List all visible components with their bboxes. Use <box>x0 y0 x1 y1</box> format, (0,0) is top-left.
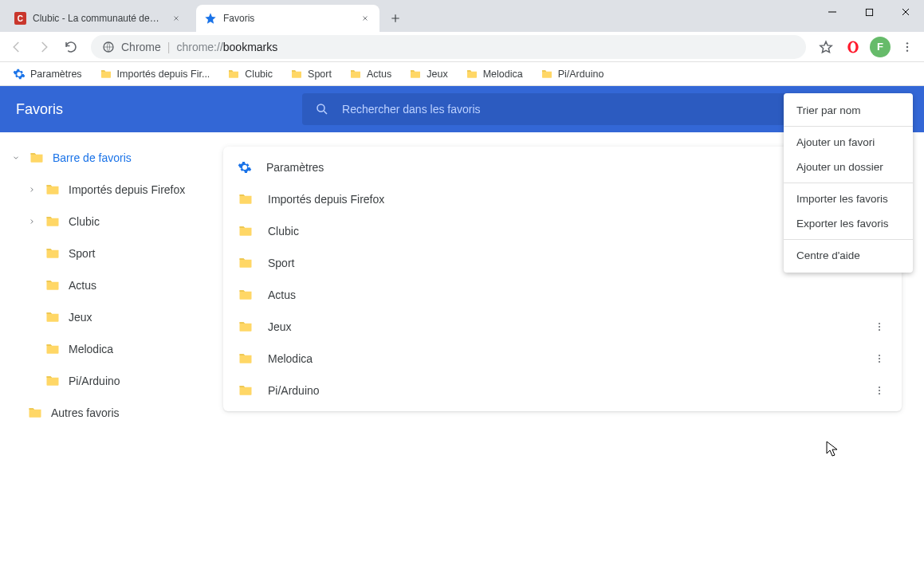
folder-icon <box>238 351 254 367</box>
address-bar[interactable]: Chrome | chrome://bookmarks <box>91 35 806 59</box>
sidebar-item[interactable]: Actus <box>0 269 223 301</box>
back-button[interactable] <box>5 35 29 59</box>
svg-point-16 <box>879 393 880 395</box>
tab-clubic[interactable]: C Clubic - La communauté des pas <box>6 5 190 32</box>
omnibox-prefix: Chrome <box>121 41 161 53</box>
chevron-down-icon[interactable] <box>11 153 21 163</box>
more-button[interactable] <box>871 351 887 367</box>
svg-point-7 <box>317 104 324 112</box>
folder-icon <box>290 68 303 80</box>
bookmark-item[interactable]: Paramètres <box>10 65 85 84</box>
menu-item[interactable]: Centre d'aide <box>784 243 913 268</box>
sidebar-item[interactable]: Pi/Arduino <box>0 365 223 397</box>
list-row[interactable]: Melodica <box>223 343 902 375</box>
menu-separator <box>784 239 913 240</box>
gear-icon <box>13 68 26 80</box>
svg-point-15 <box>879 390 880 391</box>
menu-separator <box>784 126 913 127</box>
new-tab-button[interactable] <box>384 7 407 29</box>
folder-icon <box>238 255 254 271</box>
folder-icon <box>27 405 43 421</box>
list-row[interactable]: Pi/Arduino <box>223 375 902 406</box>
folder-icon <box>45 277 61 293</box>
list-row[interactable]: Jeux <box>223 311 902 343</box>
search-icon <box>315 102 329 116</box>
chevron-right-icon[interactable] <box>27 217 37 226</box>
folder-icon <box>238 383 254 398</box>
bookmark-item[interactable]: Pi/Arduino <box>537 65 607 84</box>
gear-icon <box>238 160 252 175</box>
close-icon[interactable] <box>170 12 182 25</box>
svg-point-12 <box>879 358 880 359</box>
svg-point-8 <box>879 323 880 324</box>
menu-item[interactable]: Importer les favoris <box>784 186 913 211</box>
sidebar-item[interactable]: Clubic <box>0 206 223 238</box>
browser-menu-button[interactable] <box>895 35 919 59</box>
reload-button[interactable] <box>59 35 83 59</box>
menu-item[interactable]: Ajouter un favori <box>784 130 913 155</box>
menu-separator <box>784 183 913 183</box>
bookmark-item[interactable]: Actus <box>346 65 395 84</box>
svg-point-3 <box>851 42 856 52</box>
folder-icon <box>45 341 61 357</box>
search-field[interactable] <box>302 93 844 125</box>
svg-point-5 <box>906 45 908 47</box>
sidebar-item[interactable]: Jeux <box>0 301 223 333</box>
folder-icon <box>238 223 254 239</box>
menu-item[interactable]: Exporter les favoris <box>784 211 913 236</box>
search-input[interactable] <box>342 103 832 116</box>
folder-icon <box>45 309 61 325</box>
svg-point-6 <box>906 49 908 51</box>
folder-icon <box>238 319 254 335</box>
folder-icon <box>29 150 45 166</box>
overflow-menu: Trier par nomAjouter un favoriAjouter un… <box>784 93 913 273</box>
window-titlebar: C Clubic - La communauté des pas Favoris <box>0 0 924 32</box>
sidebar-other-bookmarks[interactable]: Autres favoris <box>0 397 223 429</box>
tab-title: Clubic - La communauté des pas <box>33 13 163 24</box>
minimize-button[interactable] <box>814 0 851 24</box>
bookmark-item[interactable]: Melodica <box>462 65 526 84</box>
svg-point-13 <box>879 361 880 363</box>
svg-rect-0 <box>866 9 872 15</box>
close-icon[interactable] <box>359 12 372 25</box>
bookmark-item[interactable]: Clubic <box>224 65 276 84</box>
chevron-right-icon[interactable] <box>27 185 37 194</box>
menu-item[interactable]: Ajouter un dossier <box>784 155 913 179</box>
folder-icon <box>45 214 61 230</box>
more-button[interactable] <box>871 319 887 335</box>
star-icon <box>204 12 217 25</box>
browser-toolbar: Chrome | chrome://bookmarks F <box>0 32 924 62</box>
forward-button[interactable] <box>32 35 56 59</box>
opera-extension-icon[interactable] <box>841 35 865 59</box>
bookmark-item[interactable]: Sport <box>287 65 335 84</box>
folder-icon <box>45 373 61 389</box>
tab-title: Favoris <box>223 13 254 24</box>
bookmark-star-button[interactable] <box>814 35 838 59</box>
sidebar-item[interactable]: Melodica <box>0 333 223 365</box>
cursor-icon <box>826 441 839 458</box>
close-button[interactable] <box>887 0 924 24</box>
tab-favoris[interactable]: Favoris <box>196 5 379 32</box>
clubic-icon: C <box>14 12 26 25</box>
site-info-icon <box>102 41 115 53</box>
bookmark-item[interactable]: Importés depuis Fir... <box>96 65 214 84</box>
profile-avatar[interactable]: F <box>868 35 892 59</box>
svg-point-11 <box>879 355 880 356</box>
folder-icon <box>45 245 61 261</box>
more-button[interactable] <box>871 383 887 398</box>
list-row[interactable]: Actus <box>223 279 902 311</box>
folder-icon <box>100 68 112 80</box>
sidebar-item[interactable]: Importés depuis Firefox <box>0 174 223 206</box>
bookmark-item[interactable]: Jeux <box>406 65 450 84</box>
folder-icon <box>466 68 478 80</box>
folder-icon <box>238 191 254 207</box>
menu-item[interactable]: Trier par nom <box>784 98 913 123</box>
sidebar-item[interactable]: Sport <box>0 238 223 269</box>
svg-point-14 <box>879 387 880 388</box>
bookmarks-bar: ParamètresImportés depuis Fir...ClubicSp… <box>0 62 924 86</box>
maximize-button[interactable] <box>851 0 887 24</box>
page-title: Favoris <box>16 101 63 118</box>
folder-icon <box>409 68 422 80</box>
sidebar-root[interactable]: Barre de favoris <box>0 142 223 174</box>
svg-point-10 <box>879 329 880 331</box>
